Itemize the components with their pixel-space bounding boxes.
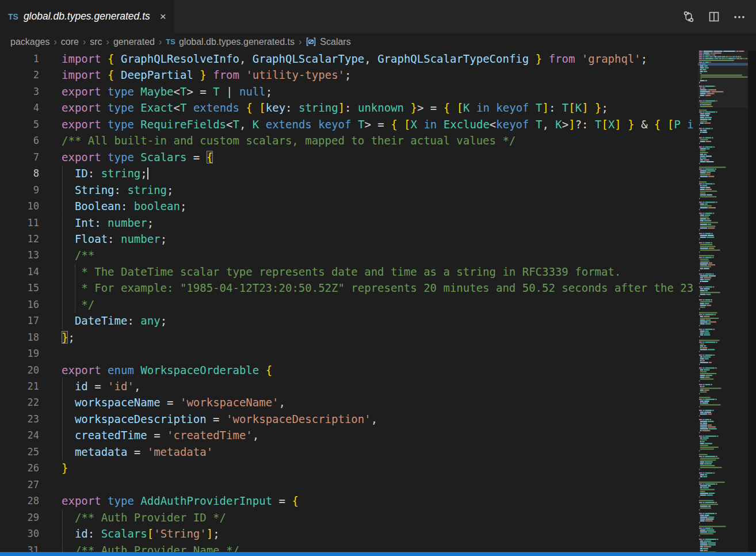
code-line-5[interactable]: export type RequireFields<T, K extends k… [62,116,698,132]
breadcrumb-item-core[interactable]: core [61,37,79,47]
indent-guide [62,264,63,280]
code-line-22[interactable]: workspaceName = 'workspaceName', [62,394,698,410]
code-line-1[interactable]: import { GraphQLResolveInfo, GraphQLScal… [62,51,698,67]
line-number: 5 [33,116,39,132]
close-tab-icon[interactable]: × [160,11,166,22]
code-line-9[interactable]: String: string; [62,182,698,198]
indent-guide [62,198,63,214]
breadcrumb-item-scalars[interactable]: Scalars [306,36,350,47]
line-number: 28 [28,493,39,509]
code-line-24[interactable]: createdTime = 'createdTime', [62,427,698,443]
code-line-19[interactable] [62,345,698,361]
indent-guide [62,165,63,181]
breadcrumb-label: src [90,37,102,47]
code-line-11[interactable]: Int: number; [62,215,698,231]
breadcrumb-item-packages[interactable]: packages [10,37,50,47]
indent-guide [62,231,63,247]
indent-guide [62,296,63,313]
indent-guide [75,296,76,313]
line-number: 14 [28,264,39,280]
code-line-4[interactable]: export type Exact<T extends { [key: stri… [62,100,698,116]
editor-actions [680,0,756,33]
breadcrumb-separator-icon: › [299,37,301,47]
code-line-14[interactable]: * The DateTime scalar type represents da… [62,264,698,280]
code-line-15[interactable]: * For example: "1985-04-12T23:20:50.52Z"… [62,280,698,296]
line-number: 18 [28,329,39,345]
breadcrumb-label: core [61,37,79,47]
line-number: 2 [33,67,39,83]
indent-guide [62,215,63,231]
breadcrumb-item-generated[interactable]: generated [113,37,155,47]
line-number: 27 [28,477,39,493]
indent-guide [62,444,63,460]
symbol-type-icon [306,36,316,47]
code-line-12[interactable]: Float: number; [62,231,698,247]
vscode-window: TS global.db.types.generated.ts × [0,0,756,556]
line-number: 15 [28,280,39,296]
indent-guide [62,411,63,427]
breadcrumb-item-src[interactable]: src [90,37,102,47]
code-line-28[interactable]: export type AddAuthProviderInput = { [62,493,698,509]
minimap[interactable] [698,51,748,552]
code-line-16[interactable]: */ [62,296,698,313]
open-changes-icon[interactable] [680,8,697,25]
code-editor[interactable]: 1234567891011121314151617181920212223242… [0,51,756,552]
line-number: 6 [33,132,39,148]
code-line-25[interactable]: metadata = 'metadata' [62,444,698,460]
code-line-3[interactable]: export type Maybe<T> = T | null; [62,83,698,100]
text-cursor [147,167,149,180]
line-number: 19 [28,345,39,361]
line-number: 12 [28,231,39,247]
code-line-31[interactable]: /** Auth Provider Name */ [62,542,698,553]
typescript-file-icon: TS [166,37,175,46]
indent-guide [62,394,63,410]
code-line-17[interactable]: DateTime: any; [62,313,698,329]
indent-guide [62,247,63,263]
code-line-26[interactable]: } [62,460,698,476]
line-number: 22 [28,394,39,410]
code-line-8[interactable]: ID: string; [62,165,698,181]
code-line-6[interactable]: /** All built-in and custom scalars, map… [62,132,698,148]
indent-guide [75,280,76,296]
line-number-gutter: 1234567891011121314151617181920212223242… [0,51,62,552]
code-line-18[interactable]: }; [62,329,698,345]
more-actions-icon[interactable] [731,8,748,25]
code-content[interactable]: import { GraphQLResolveInfo, GraphQLScal… [62,51,698,552]
indent-guide [62,182,63,198]
code-line-13[interactable]: /** [62,247,698,263]
line-number: 25 [28,444,39,460]
code-line-21[interactable]: id = 'id', [62,378,698,394]
breadcrumb-label: global.db.types.generated.ts [179,37,295,47]
breadcrumb-separator-icon: › [83,37,86,47]
indent-guide [75,264,76,280]
code-line-7[interactable]: export type Scalars = { [62,149,698,165]
breadcrumb-separator-icon: › [106,37,109,47]
code-line-30[interactable]: id: Scalars['String']; [62,525,698,542]
line-number: 10 [28,198,39,214]
tab-global-db-types-generated[interactable]: TS global.db.types.generated.ts × [0,0,174,33]
line-number: 30 [28,525,39,542]
code-line-20[interactable]: export enum WorkspaceOrderable { [62,362,698,378]
code-line-10[interactable]: Boolean: boolean; [62,198,698,214]
split-editor-icon[interactable] [705,8,723,25]
line-number: 20 [28,362,39,378]
breadcrumb-label: packages [10,37,50,47]
breadcrumb-separator-icon: › [159,37,162,47]
indent-guide [62,509,63,525]
line-number: 31 [28,542,39,553]
line-number: 3 [33,83,39,100]
status-bar [0,552,756,556]
breadcrumb-label: Scalars [320,37,350,47]
code-line-23[interactable]: workspaceDescription = 'workspaceDescrip… [62,411,698,427]
line-number: 13 [28,247,39,263]
indent-guide [62,542,63,553]
code-line-2[interactable]: import { DeepPartial } from 'utility-typ… [62,67,698,83]
vertical-scrollbar[interactable] [748,51,756,552]
breadcrumb-item-global-db-types-generated-ts[interactable]: TSglobal.db.types.generated.ts [166,37,295,47]
line-number: 24 [28,427,39,443]
matched-bracket: } [62,331,68,344]
code-line-29[interactable]: /** Auth Provider ID */ [62,509,698,525]
matched-bracket: { [207,151,213,163]
code-line-27[interactable] [62,477,698,493]
indent-guide [62,378,63,394]
